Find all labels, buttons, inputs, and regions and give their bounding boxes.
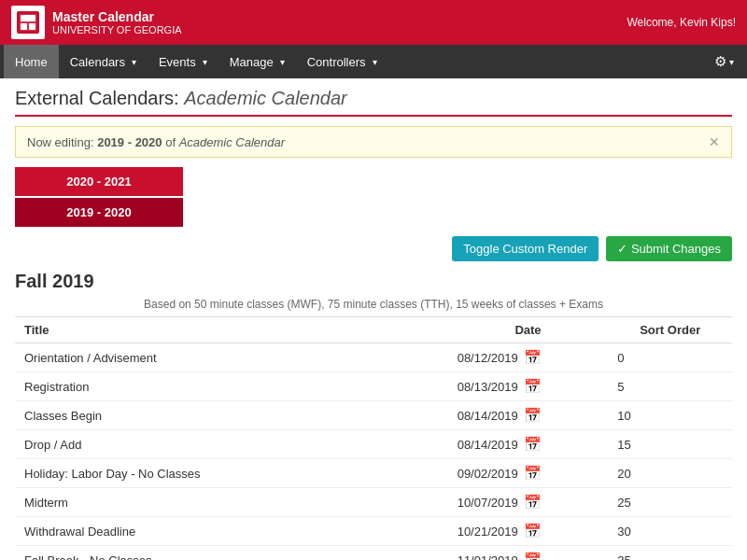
svg-rect-3 — [21, 23, 27, 30]
cell-date: 10/21/2019 📅 — [448, 517, 609, 546]
cell-sort: 25 — [608, 488, 732, 517]
top-header: Master Calendar UNIVERSITY OF GEORGIA We… — [0, 0, 747, 45]
cell-date: 09/02/2019 📅 — [448, 459, 609, 488]
header-title: Master Calendar UNIVERSITY OF GEORGIA — [52, 9, 182, 35]
cell-title: Withdrawal Deadline — [15, 517, 448, 546]
welcome-text: Welcome, Kevin Kips! — [627, 16, 737, 29]
page-content: External Calendars: Academic Calendar No… — [0, 78, 747, 560]
editing-notice: Now editing: 2019 - 2020 of Academic Cal… — [15, 126, 732, 158]
cell-sort: 30 — [608, 517, 732, 546]
cell-title: Drop / Add — [15, 430, 448, 459]
table-row: Classes Begin 08/14/2019 📅 10 — [15, 401, 732, 430]
svg-rect-2 — [21, 15, 35, 21]
settings-gear-icon[interactable]: ⚙ ▾ — [705, 45, 743, 78]
toggle-custom-render-button[interactable]: Toggle Custom Render — [452, 236, 599, 261]
university-name: UNIVERSITY OF GEORGIA — [52, 24, 182, 35]
calendar-icon[interactable]: 📅 — [524, 436, 542, 453]
cell-date: 08/14/2019 📅 — [448, 430, 609, 459]
col-header-title: Title — [15, 317, 448, 343]
calendar-table: Title Date Sort Order Orientation / Advi… — [15, 316, 732, 560]
nav-calendars[interactable]: Calendars ▾ — [59, 45, 148, 78]
page-title: External Calendars: Academic Calendar — [15, 88, 732, 117]
cell-date: 10/07/2019 📅 — [448, 488, 609, 517]
cell-title: Registration — [15, 372, 448, 401]
action-bar: Toggle Custom Render ✓ Submit Changes — [15, 236, 732, 261]
nav-events[interactable]: Events ▾ — [148, 45, 218, 78]
close-notice-button[interactable]: ✕ — [709, 134, 720, 149]
calendar-icon[interactable]: 📅 — [524, 523, 542, 539]
table-row: Withdrawal Deadline 10/21/2019 📅 30 — [15, 517, 732, 546]
cell-title: Midterm — [15, 488, 448, 517]
chevron-down-icon: ▾ — [203, 57, 207, 67]
table-row: Drop / Add 08/14/2019 📅 15 — [15, 430, 732, 459]
calendar-icon[interactable]: 📅 — [524, 465, 542, 482]
col-header-sort: Sort Order — [608, 317, 732, 343]
logo-icon — [11, 6, 45, 39]
cell-sort: 0 — [608, 343, 732, 372]
table-row: Midterm 10/07/2019 📅 25 — [15, 488, 732, 517]
cell-date: 08/14/2019 📅 — [448, 401, 609, 430]
logo-area: Master Calendar UNIVERSITY OF GEORGIA — [11, 6, 182, 39]
nav-manage[interactable]: Manage ▾ — [218, 45, 296, 78]
year-tab-2019-2020[interactable]: 2019 - 2020 — [15, 198, 183, 227]
editing-notice-text: Now editing: 2019 - 2020 of Academic Cal… — [27, 135, 285, 149]
section-subtitle: Based on 50 minute classes (MWF), 75 min… — [15, 298, 732, 311]
cell-sort: 15 — [608, 430, 732, 459]
chevron-down-icon: ▾ — [373, 57, 377, 67]
col-header-date: Date — [448, 317, 609, 343]
cell-date: 11/01/2019 📅 — [448, 546, 609, 561]
table-row: Fall Break - No Classes 11/01/2019 📅 35 — [15, 546, 732, 561]
cell-title: Holiday: Labor Day - No Classes — [15, 459, 448, 488]
nav-bar: Home Calendars ▾ Events ▾ Manage ▾ Contr… — [0, 45, 747, 78]
table-row: Holiday: Labor Day - No Classes 09/02/20… — [15, 459, 732, 488]
section-title: Fall 2019 — [15, 271, 732, 292]
cell-sort: 10 — [608, 401, 732, 430]
year-tabs: 2020 - 2021 2019 - 2020 — [15, 167, 732, 227]
nav-home[interactable]: Home — [4, 45, 59, 78]
table-row: Registration 08/13/2019 📅 5 — [15, 372, 732, 401]
cell-title: Fall Break - No Classes — [15, 546, 448, 561]
calendar-icon[interactable]: 📅 — [524, 349, 542, 366]
year-tab-2020-2021[interactable]: 2020 - 2021 — [15, 167, 183, 196]
table-row: Orientation / Advisement 08/12/2019 📅 0 — [15, 343, 732, 372]
chevron-down-icon: ▾ — [132, 57, 136, 67]
app-title: Master Calendar — [52, 9, 182, 24]
submit-changes-button[interactable]: ✓ Submit Changes — [606, 236, 732, 261]
calendar-icon[interactable]: 📅 — [524, 378, 542, 395]
cell-sort: 20 — [608, 459, 732, 488]
cell-sort: 35 — [608, 546, 732, 561]
cell-date: 08/13/2019 📅 — [448, 372, 609, 401]
chevron-down-icon: ▾ — [729, 57, 734, 67]
cell-date: 08/12/2019 📅 — [448, 343, 609, 372]
calendar-icon[interactable]: 📅 — [524, 407, 542, 424]
svg-rect-4 — [29, 23, 35, 30]
cell-sort: 5 — [608, 372, 732, 401]
cell-title: Orientation / Advisement — [15, 343, 448, 372]
cell-title: Classes Begin — [15, 401, 448, 430]
nav-controllers[interactable]: Controllers ▾ — [296, 45, 388, 78]
calendar-icon[interactable]: 📅 — [524, 552, 542, 560]
chevron-down-icon: ▾ — [280, 57, 285, 67]
calendar-icon[interactable]: 📅 — [524, 494, 542, 511]
